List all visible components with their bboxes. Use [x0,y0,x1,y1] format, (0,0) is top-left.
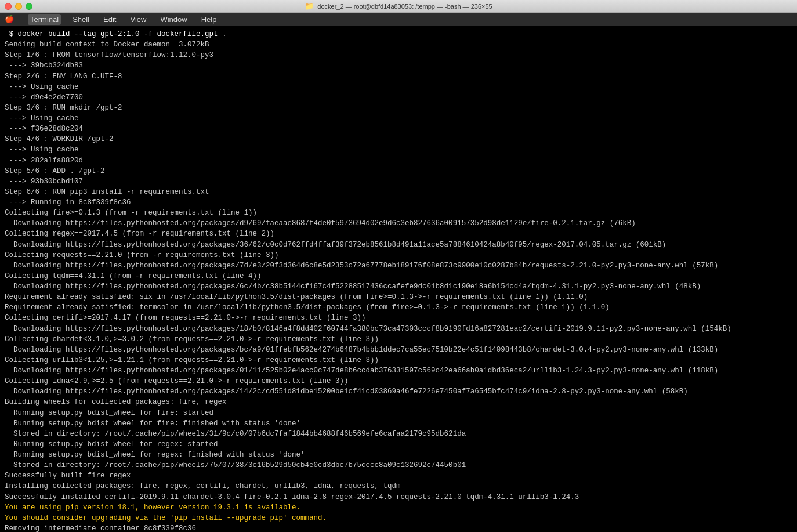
terminal-line: ---> 39bcb324db83 [5,60,792,71]
traffic-lights [5,3,32,10]
title-text: docker_2 — root@dbfd14a83053: /tempp — -… [317,3,492,10]
terminal-line: Running setup.py bdist_wheel for regex: … [5,450,792,460]
terminal-line: ---> Using cache [5,82,792,92]
terminal-line: Step 3/6 : RUN mkdir /gpt-2 [5,103,792,113]
terminal-line: Step 1/6 : FROM tensorflow/tensorflow:1.… [5,50,792,60]
terminal-line: Sending build context to Docker daemon 3… [5,39,792,50]
terminal-line: Running setup.py bdist_wheel for regex: … [5,439,792,450]
terminal-line: Downloading https://files.pythonhosted.o… [5,345,792,355]
terminal-line: ---> Using cache [5,113,792,124]
terminal-line: ---> Running in 8c8f339f8c36 [5,197,792,208]
terminal-line: Stored in directory: /root/.cache/pip/wh… [5,460,792,471]
terminal-line: Downloading https://files.pythonhosted.o… [5,365,792,376]
terminal-line: Collecting chardet<3.1.0,>=3.0.2 (from r… [5,334,792,345]
terminal-line: Downloading https://files.pythonhosted.o… [5,240,792,250]
terminal-line: ---> Using cache [5,144,792,155]
titlebar-title: 📁 docker_2 — root@dbfd14a83053: /tempp —… [305,2,492,10]
terminal-line: Collecting idna<2.9,>=2.5 (from requests… [5,376,792,386]
terminal-line: Collecting certifi>=2017.4.17 (from requ… [5,313,792,323]
apple-menu[interactable]: 🍎 [5,15,14,24]
menubar: 🍎 Terminal Shell Edit View Window Help [0,13,797,26]
terminal-line: Step 5/6 : ADD . /gpt-2 [5,166,792,176]
terminal-line: Downloading https://files.pythonhosted.o… [5,386,792,397]
terminal-line: Downloading https://files.pythonhosted.o… [5,260,792,271]
menu-terminal[interactable]: Terminal [28,14,61,25]
menu-help[interactable]: Help [199,14,219,25]
terminal-line: ---> d9e4e2de7700 [5,92,792,103]
terminal-line: Collecting urllib3<1.25,>=1.21.1 (from r… [5,355,792,365]
menu-edit[interactable]: Edit [101,14,118,25]
terminal-content[interactable]: $ docker build --tag gpt-2:1.0 -f docker… [0,26,797,532]
terminal-line: Downloading https://files.pythonhosted.o… [5,324,792,334]
terminal-line: Collecting requests==2.21.0 (from -r req… [5,250,792,260]
terminal-line: Running setup.py bdist_wheel for fire: f… [5,418,792,429]
terminal-line: Downloading https://files.pythonhosted.o… [5,281,792,292]
terminal-line: $ docker build --tag gpt-2:1.0 -f docker… [5,29,792,39]
terminal-line: ---> 282alfa8820d [5,155,792,166]
terminal-line: You should consider upgrading via the 'p… [5,513,792,523]
menu-view[interactable]: View [128,14,148,25]
menu-window[interactable]: Window [158,14,189,25]
terminal-line: Successfully built fire regex [5,471,792,481]
close-button[interactable] [5,3,12,10]
terminal-line: Removing intermediate container 8c8f339f… [5,523,792,532]
terminal-line: Running setup.py bdist_wheel for fire: s… [5,408,792,418]
terminal-line: ---> 93b30bcbd107 [5,176,792,187]
terminal-line: Downloading https://files.pythonhosted.o… [5,218,792,229]
terminal-line: Installing collected packages: fire, reg… [5,481,792,491]
terminal-line: You are using pip version 18.1, however … [5,502,792,513]
terminal-line: Successfully installed certifi-2019.9.11… [5,492,792,502]
terminal-line: ---> f36e28d8c204 [5,124,792,134]
terminal-line: Collecting regex==2017.4.5 (from -r requ… [5,229,792,239]
terminal-line: Stored in directory: /root/.cache/pip/wh… [5,429,792,439]
terminal-line: Requirement already satisfied: termcolor… [5,302,792,313]
terminal-line: Building wheels for collected packages: … [5,397,792,407]
maximize-button[interactable] [26,3,32,10]
terminal-line: Requirement already satisfied: six in /u… [5,292,792,302]
terminal-line: Step 4/6 : WORKDIR /gpt-2 [5,134,792,144]
terminal-line: Step 2/6 : ENV LANG=C.UTF-8 [5,71,792,82]
titlebar: 📁 docker_2 — root@dbfd14a83053: /tempp —… [0,0,797,13]
minimize-button[interactable] [15,3,22,10]
menu-shell[interactable]: Shell [70,14,92,25]
terminal-line: Collecting tqdm==4.31.1 (from -r require… [5,271,792,281]
folder-icon: 📁 [305,2,314,10]
terminal-line: Step 6/6 : RUN pip3 install -r requireme… [5,187,792,197]
terminal-line: Collecting fire>=0.1.3 (from -r requirem… [5,208,792,218]
